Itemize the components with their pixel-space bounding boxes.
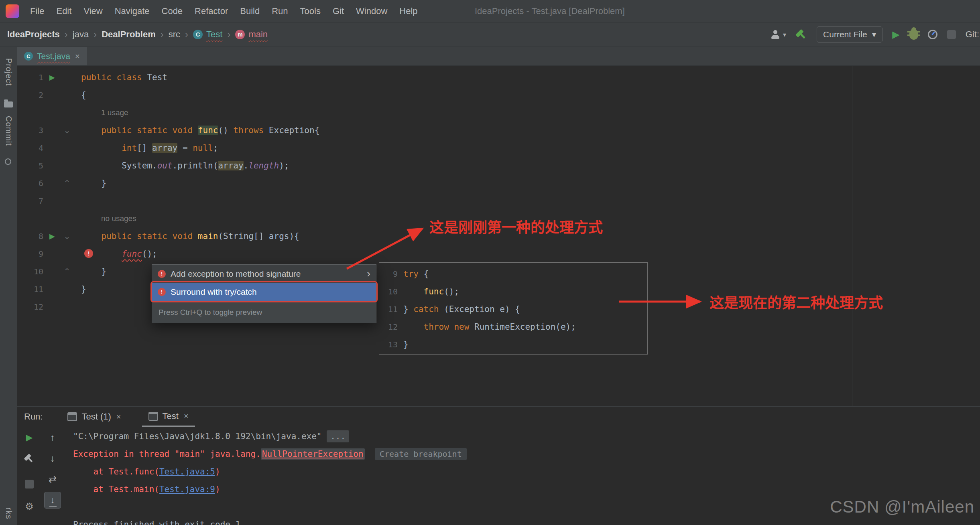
code-token [193,231,198,241]
next-trace-button[interactable]: ↓ [46,452,59,465]
code-token: } [81,267,106,276]
inlay-usage-hint[interactable]: 1 usage [81,108,128,117]
code-token: main [198,231,218,241]
fold-marker[interactable]: ⌄ [61,231,73,241]
menu-item-refactor[interactable]: Refactor [189,0,234,22]
run-configuration-select[interactable]: Current File ▾ [817,26,882,43]
intention-item-add-exception[interactable]: ! Add exception to method signature › [152,265,376,283]
editor-tab-test-java[interactable]: C Test.java × [17,47,87,65]
close-tab-icon[interactable]: × [75,52,80,61]
debug-button[interactable] [909,29,918,40]
error-bulb-icon[interactable]: ! [84,249,93,258]
code-token: func [122,249,142,259]
inlay-usage-hint[interactable]: no usages [81,214,136,223]
editor-row: 6⌃ } [17,174,980,192]
code-token: static [137,231,167,241]
code-token: } [81,178,106,188]
profiler-button[interactable] [928,30,937,39]
editor-gutter[interactable]: 4 [17,139,81,157]
run-button[interactable]: ▶ [892,29,899,40]
code-token: class [117,73,142,82]
intention-label: Surround with try/catch [171,287,257,297]
editor-gutter[interactable]: 3⌄ [17,122,81,139]
menu-item-help[interactable]: Help [393,0,423,22]
rerun-button[interactable]: ▶ [22,431,36,444]
preview-code-line: } [403,336,409,353]
build-hammer-icon[interactable] [793,26,809,43]
exception-class-link[interactable]: NullPointerException [261,448,365,460]
fold-marker[interactable]: ⌄ [61,126,73,135]
code-token [167,126,173,135]
fold-marker[interactable]: ⌃ [61,178,73,188]
tool-window-project[interactable]: Project [4,58,13,86]
console-text: at Test.func( [73,467,159,476]
editor-gutter[interactable]: 7 [17,192,81,210]
line-number: 6 [17,178,43,188]
fold-marker[interactable]: ⌃ [61,267,73,276]
editor-row: 7 [17,192,980,210]
preview-row: 11} catch (Exception e) { [379,300,647,318]
breadcrumb-item-src[interactable]: src [169,29,180,40]
git-branch-label[interactable]: Git: [966,29,979,40]
tool-window-commit[interactable]: Commit [4,116,13,146]
breadcrumb-label: main [248,29,268,40]
breadcrumb-item-ideaprojects[interactable]: IdeaProjects [7,29,60,40]
menu-item-file[interactable]: File [24,0,50,22]
editor-gutter[interactable] [17,104,81,122]
editor-gutter[interactable]: 9 [17,245,81,263]
preview-line-number: 13 [379,340,403,349]
build-settings-icon[interactable] [22,452,36,465]
editor-gutter[interactable]: 12 [17,298,81,316]
console-text: ) [215,484,220,494]
menu-item-code[interactable]: Code [156,0,189,22]
folder-icon[interactable] [4,101,13,107]
run-gutter-icon[interactable]: ▶ [43,73,61,82]
menu-item-edit[interactable]: Edit [50,0,77,22]
stack-trace-link[interactable]: Test.java:5 [159,467,215,476]
navigation-bar: IdeaProjects›java›DealProblem›src›CTest›… [0,22,980,47]
editor-gutter[interactable]: 5 [17,157,81,174]
editor-gutter[interactable]: 6⌃ [17,174,81,192]
editor-gutter[interactable]: 1▶ [17,69,81,86]
soft-wrap-icon[interactable]: ⇄ [46,472,59,486]
code-token: .println( [173,161,218,170]
breadcrumb-item-dealproblem[interactable]: DealProblem [102,29,156,40]
menu-item-window[interactable]: Window [350,0,393,22]
stack-trace-link[interactable]: Test.java:9 [159,484,215,494]
prev-trace-button[interactable]: ↑ [46,431,59,444]
breadcrumb-item-test[interactable]: CTest [193,29,222,40]
breadcrumb-item-main[interactable]: mmain [235,29,268,40]
console-line: Exception in thread "main" java.lang.Nul… [73,445,972,463]
console-tab-icon [67,412,77,421]
editor-gutter[interactable]: 11 [17,280,81,298]
editor-gutter[interactable] [17,210,81,227]
menu-item-view[interactable]: View [77,0,108,22]
user-menu[interactable]: ▾ [770,29,786,40]
close-tab-icon[interactable]: × [116,412,121,422]
menu-item-git[interactable]: Git [327,0,350,22]
breadcrumb-item-java[interactable]: java [73,29,89,40]
editor-gutter[interactable]: 8▶⌄ [17,227,81,245]
menu-item-build[interactable]: Build [234,0,266,22]
create-breakpoint-hint[interactable]: Create breakpoint [375,448,467,460]
folded-output-toggle[interactable]: ... [327,430,349,442]
editor-gutter[interactable]: 2 [17,86,81,104]
close-tab-icon[interactable]: × [184,411,189,421]
editor-row: 4 int[] array = null; [17,139,980,157]
tool-window-bookmarks-partial[interactable]: rks [4,507,13,519]
run-tab-test[interactable]: Test × [142,407,195,427]
menu-item-tools[interactable]: Tools [294,0,327,22]
scroll-to-end-button[interactable]: ↓ [44,492,61,509]
class-icon: C [193,30,203,39]
print-icon[interactable] [23,522,37,525]
menu-item-run[interactable]: Run [266,0,294,22]
commit-icon[interactable] [5,158,11,165]
intention-item-surround-try-catch[interactable]: ! Surround with try/catch [152,283,376,301]
console-settings-icon[interactable]: ⚙ [22,500,36,513]
run-gutter-icon[interactable]: ▶ [43,232,61,241]
code-token: Test [142,73,167,82]
editor-gutter[interactable]: 10⌃ [17,263,81,280]
menu-item-navigate[interactable]: Navigate [109,0,156,22]
editor-row: 2{ [17,86,980,104]
run-tab-test-1[interactable]: Test (1) × [61,407,127,427]
